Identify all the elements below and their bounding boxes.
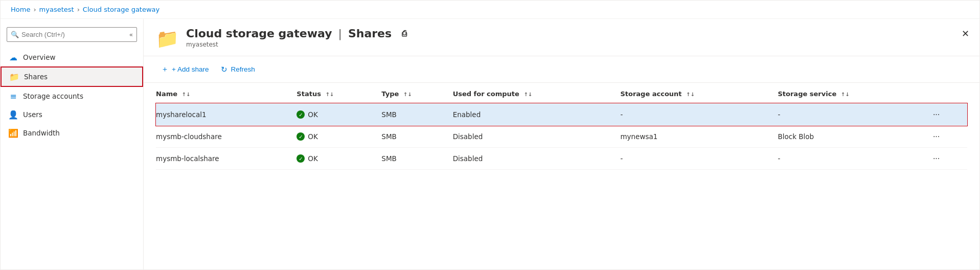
cell-storage-account: mynewsa1	[620, 126, 778, 148]
table-row[interactable]: mysmb-localshare ✓ OK SMB Disabled - - ·…	[156, 148, 967, 170]
title-divider: |	[338, 27, 341, 40]
col-header-compute[interactable]: Used for compute ↑↓	[453, 85, 621, 103]
refresh-icon: ↻	[221, 65, 227, 74]
col-header-actions	[930, 85, 967, 103]
cell-type: SMB	[381, 126, 452, 148]
sidebar-label-shares: Shares	[24, 73, 48, 81]
cell-name: mysharelocal1	[156, 103, 297, 126]
more-actions-button[interactable]: ···	[930, 153, 943, 164]
status-text: OK	[308, 154, 317, 163]
col-header-storage-account[interactable]: Storage account ↑↓	[620, 85, 778, 103]
sort-arrows-status: ↑↓	[325, 92, 334, 97]
col-header-name[interactable]: Name ↑↓	[156, 85, 297, 103]
content-area: 📁 Cloud storage gateway | Shares ⎙ myase…	[144, 19, 979, 269]
print-button[interactable]: ⎙	[402, 29, 407, 38]
sort-arrows-type: ↑↓	[403, 92, 412, 97]
cell-storage-account: -	[620, 103, 778, 126]
more-actions-button[interactable]: ···	[930, 109, 943, 120]
sidebar-label-storage-accounts: Storage accounts	[23, 92, 83, 100]
more-actions-button[interactable]: ···	[930, 131, 943, 142]
sort-arrows-compute: ↑↓	[523, 92, 532, 97]
search-bar-container: 🔍 «	[7, 27, 137, 42]
cell-type: SMB	[381, 103, 452, 126]
page-title-main: Cloud storage gateway	[186, 27, 332, 40]
status-ok-icon: ✓	[297, 132, 305, 141]
cell-status: ✓ OK	[297, 148, 381, 170]
page-header-text: Cloud storage gateway | Shares ⎙ myasete…	[186, 27, 407, 48]
page-header: 📁 Cloud storage gateway | Shares ⎙ myase…	[144, 19, 979, 56]
cell-name: mysmb-cloudshare	[156, 126, 297, 148]
cell-status: ✓ OK	[297, 103, 381, 126]
sidebar-item-shares[interactable]: 📁 Shares	[1, 66, 143, 87]
cell-more-actions: ···	[930, 103, 967, 126]
search-icon: 🔍	[11, 31, 19, 38]
search-input[interactable]	[7, 27, 137, 42]
cell-storage-account: -	[620, 148, 778, 170]
add-icon: ＋	[161, 64, 169, 74]
shares-table-area: Name ↑↓ Status ↑↓ Type ↑↓	[144, 83, 979, 269]
status-text: OK	[308, 110, 317, 119]
collapse-sidebar-button[interactable]: «	[129, 31, 133, 38]
user-icon: 👤	[9, 110, 18, 119]
add-share-button[interactable]: ＋ + Add share	[156, 61, 214, 77]
cell-status: ✓ OK	[297, 126, 381, 148]
sidebar-item-storage-accounts[interactable]: ≡ Storage accounts	[1, 87, 143, 105]
sidebar: 🔍 « ☁ Overview 📁 Shares ≡ Storage accoun…	[1, 19, 144, 269]
sidebar-item-bandwidth[interactable]: 📶 Bandwidth	[1, 124, 143, 142]
status-ok-icon: ✓	[297, 154, 305, 163]
bandwidth-icon: 📶	[9, 128, 18, 138]
sidebar-label-bandwidth: Bandwidth	[23, 129, 60, 137]
breadcrumb-myasetest[interactable]: myasetest	[39, 6, 74, 13]
page-subtitle: myasetest	[186, 41, 407, 48]
cell-more-actions: ···	[930, 148, 967, 170]
sidebar-label-users: Users	[23, 110, 42, 119]
cell-type: SMB	[381, 148, 452, 170]
folder-icon: 📁	[10, 72, 19, 81]
sidebar-item-users[interactable]: 👤 Users	[1, 105, 143, 124]
close-button[interactable]: ✕	[962, 28, 969, 39]
refresh-button[interactable]: ↻ Refresh	[216, 62, 260, 77]
table-row[interactable]: mysmb-cloudshare ✓ OK SMB Disabled mynew…	[156, 126, 967, 148]
page-header-icon: 📁	[156, 28, 179, 50]
cell-name: mysmb-localshare	[156, 148, 297, 170]
col-header-storage-service[interactable]: Storage service ↑↓	[778, 85, 929, 103]
breadcrumb-cloud-storage-gateway[interactable]: Cloud storage gateway	[83, 6, 159, 13]
sidebar-label-overview: Overview	[23, 53, 56, 61]
status-ok-icon: ✓	[297, 110, 305, 119]
col-header-status[interactable]: Status ↑↓	[297, 85, 381, 103]
app-container: Home › myasetest › Cloud storage gateway…	[0, 0, 980, 270]
cell-compute: Disabled	[453, 148, 621, 170]
main-layout: 🔍 « ☁ Overview 📁 Shares ≡ Storage accoun…	[1, 19, 979, 269]
sort-arrows-name: ↑↓	[182, 92, 191, 97]
cell-compute: Enabled	[453, 103, 621, 126]
cell-storage-service: Block Blob	[778, 126, 929, 148]
sort-arrows-storage-service: ↑↓	[841, 92, 850, 97]
sort-arrows-storage-account: ↑↓	[686, 92, 695, 97]
page-title-section: Shares	[348, 27, 392, 40]
storage-icon: ≡	[9, 92, 18, 101]
breadcrumb-home[interactable]: Home	[11, 6, 30, 13]
toolbar: ＋ + Add share ↻ Refresh	[144, 56, 979, 83]
cell-more-actions: ···	[930, 126, 967, 148]
cell-storage-service: -	[778, 148, 929, 170]
cell-compute: Disabled	[453, 126, 621, 148]
shares-table: Name ↑↓ Status ↑↓ Type ↑↓	[156, 85, 967, 170]
sidebar-item-overview[interactable]: ☁ Overview	[1, 48, 143, 66]
status-text: OK	[308, 132, 317, 141]
cloud-icon: ☁	[9, 53, 18, 62]
cell-storage-service: -	[778, 103, 929, 126]
breadcrumb: Home › myasetest › Cloud storage gateway	[1, 1, 979, 19]
table-row[interactable]: mysharelocal1 ✓ OK SMB Enabled - - ···	[156, 103, 967, 126]
sidebar-navigation: ☁ Overview 📁 Shares ≡ Storage accounts 👤…	[1, 48, 143, 142]
col-header-type[interactable]: Type ↑↓	[381, 85, 452, 103]
page-title: Cloud storage gateway | Shares ⎙	[186, 27, 407, 40]
